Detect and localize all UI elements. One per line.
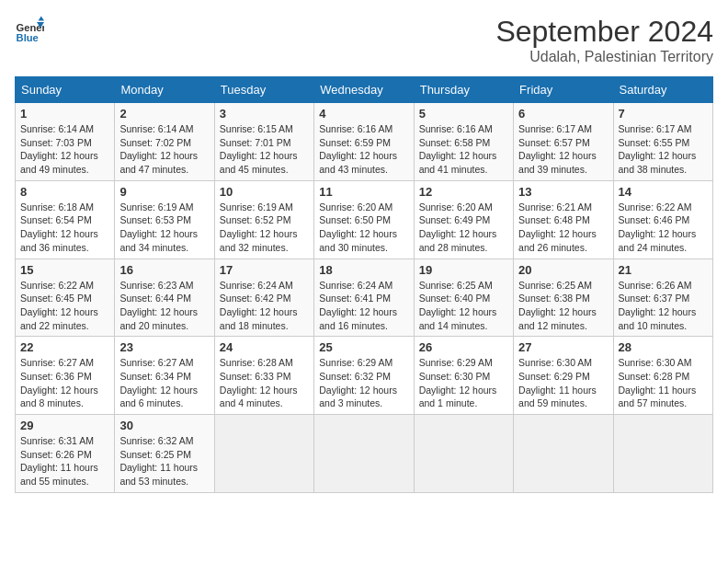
location-subtitle: Udalah, Palestinian Territory (495, 49, 713, 65)
day-number: 2 (119, 107, 209, 121)
day-number: 29 (20, 419, 109, 432)
day-number: 18 (319, 263, 408, 277)
calendar-week-5: 29Sunrise: 6:31 AMSunset: 6:26 PMDayligh… (16, 415, 713, 493)
calendar-cell: 18Sunrise: 6:24 AMSunset: 6:41 PMDayligh… (314, 259, 414, 337)
day-number: 8 (20, 185, 109, 199)
calendar-cell: 20Sunrise: 6:25 AMSunset: 6:38 PMDayligh… (514, 259, 613, 337)
day-info: Sunrise: 6:20 AMSunset: 6:49 PMDaylight:… (419, 201, 508, 255)
day-number: 4 (319, 107, 408, 121)
day-info: Sunrise: 6:15 AMSunset: 7:01 PMDaylight:… (220, 122, 309, 177)
svg-text:Blue: Blue (17, 32, 39, 43)
day-number: 10 (220, 185, 309, 199)
day-number: 3 (220, 107, 309, 121)
day-info: Sunrise: 6:29 AMSunset: 6:32 PMDaylight:… (319, 356, 408, 410)
day-number: 22 (20, 340, 109, 354)
day-number: 12 (419, 185, 508, 199)
svg-marker-2 (39, 17, 44, 21)
calendar-cell: 8Sunrise: 6:18 AMSunset: 6:54 PMDaylight… (16, 180, 115, 259)
col-sunday: Sunday (16, 77, 115, 103)
day-info: Sunrise: 6:17 AMSunset: 6:55 PMDaylight:… (619, 122, 708, 177)
day-number: 13 (518, 185, 608, 199)
day-number: 28 (619, 340, 708, 354)
calendar-cell (314, 415, 414, 493)
col-wednesday: Wednesday (314, 77, 414, 103)
day-info: Sunrise: 6:16 AMSunset: 6:58 PMDaylight:… (419, 122, 508, 177)
calendar-cell: 1Sunrise: 6:14 AMSunset: 7:03 PMDaylight… (16, 103, 115, 181)
day-info: Sunrise: 6:31 AMSunset: 6:26 PMDaylight:… (20, 434, 109, 488)
day-info: Sunrise: 6:32 AMSunset: 6:25 PMDaylight:… (119, 434, 209, 488)
calendar-cell: 14Sunrise: 6:22 AMSunset: 6:46 PMDayligh… (613, 180, 712, 259)
day-info: Sunrise: 6:18 AMSunset: 6:54 PMDaylight:… (20, 201, 109, 255)
day-info: Sunrise: 6:22 AMSunset: 6:46 PMDaylight:… (619, 201, 708, 255)
day-number: 11 (319, 185, 408, 199)
day-info: Sunrise: 6:24 AMSunset: 6:42 PMDaylight:… (220, 279, 309, 333)
day-info: Sunrise: 6:17 AMSunset: 6:57 PMDaylight:… (518, 122, 608, 177)
day-number: 24 (220, 340, 309, 354)
calendar-cell: 11Sunrise: 6:20 AMSunset: 6:50 PMDayligh… (314, 180, 414, 259)
calendar-cell: 29Sunrise: 6:31 AMSunset: 6:26 PMDayligh… (16, 415, 115, 493)
day-number: 6 (518, 107, 608, 121)
day-info: Sunrise: 6:14 AMSunset: 7:03 PMDaylight:… (20, 122, 109, 177)
calendar-cell: 21Sunrise: 6:26 AMSunset: 6:37 PMDayligh… (613, 259, 712, 337)
calendar-cell: 16Sunrise: 6:23 AMSunset: 6:44 PMDayligh… (115, 259, 214, 337)
calendar-cell: 4Sunrise: 6:16 AMSunset: 6:59 PMDaylight… (314, 103, 414, 181)
day-number: 7 (619, 107, 708, 121)
calendar-cell: 6Sunrise: 6:17 AMSunset: 6:57 PMDaylight… (514, 103, 613, 181)
col-friday: Friday (514, 77, 613, 103)
day-info: Sunrise: 6:19 AMSunset: 6:53 PMDaylight:… (119, 201, 209, 255)
day-number: 30 (119, 419, 209, 432)
day-number: 14 (619, 185, 708, 199)
day-info: Sunrise: 6:16 AMSunset: 6:59 PMDaylight:… (319, 122, 408, 177)
day-info: Sunrise: 6:28 AMSunset: 6:33 PMDaylight:… (220, 356, 309, 410)
day-info: Sunrise: 6:29 AMSunset: 6:30 PMDaylight:… (419, 356, 508, 410)
day-info: Sunrise: 6:25 AMSunset: 6:38 PMDaylight:… (518, 279, 608, 333)
day-number: 20 (518, 263, 608, 277)
calendar-cell: 27Sunrise: 6:30 AMSunset: 6:29 PMDayligh… (514, 337, 613, 415)
calendar-cell: 9Sunrise: 6:19 AMSunset: 6:53 PMDaylight… (115, 180, 214, 259)
day-info: Sunrise: 6:26 AMSunset: 6:37 PMDaylight:… (619, 279, 708, 333)
calendar-week-4: 22Sunrise: 6:27 AMSunset: 6:36 PMDayligh… (16, 337, 713, 415)
header-row: Sunday Monday Tuesday Wednesday Thursday… (16, 77, 713, 103)
day-number: 1 (20, 107, 109, 121)
calendar-cell: 30Sunrise: 6:32 AMSunset: 6:25 PMDayligh… (115, 415, 214, 493)
col-tuesday: Tuesday (214, 77, 313, 103)
day-info: Sunrise: 6:25 AMSunset: 6:40 PMDaylight:… (419, 279, 508, 333)
calendar-cell: 19Sunrise: 6:25 AMSunset: 6:40 PMDayligh… (414, 259, 513, 337)
calendar-cell: 24Sunrise: 6:28 AMSunset: 6:33 PMDayligh… (214, 337, 313, 415)
calendar-week-3: 15Sunrise: 6:22 AMSunset: 6:45 PMDayligh… (16, 259, 713, 337)
calendar-cell: 26Sunrise: 6:29 AMSunset: 6:30 PMDayligh… (414, 337, 513, 415)
day-number: 15 (20, 263, 109, 277)
col-thursday: Thursday (414, 77, 513, 103)
day-number: 19 (419, 263, 508, 277)
calendar-cell: 12Sunrise: 6:20 AMSunset: 6:49 PMDayligh… (414, 180, 513, 259)
title-block: September 2024 Udalah, Palestinian Terri… (495, 15, 713, 65)
day-number: 27 (518, 340, 608, 354)
day-number: 26 (419, 340, 508, 354)
calendar-cell (514, 415, 613, 493)
calendar-cell: 10Sunrise: 6:19 AMSunset: 6:52 PMDayligh… (214, 180, 313, 259)
day-info: Sunrise: 6:30 AMSunset: 6:28 PMDaylight:… (619, 356, 708, 410)
day-info: Sunrise: 6:23 AMSunset: 6:44 PMDaylight:… (119, 279, 209, 333)
day-info: Sunrise: 6:24 AMSunset: 6:41 PMDaylight:… (319, 279, 408, 333)
day-number: 16 (119, 263, 209, 277)
calendar-cell: 3Sunrise: 6:15 AMSunset: 7:01 PMDaylight… (214, 103, 313, 181)
page-header: General Blue September 2024 Udalah, Pale… (15, 15, 713, 65)
calendar-cell (414, 415, 513, 493)
day-info: Sunrise: 6:20 AMSunset: 6:50 PMDaylight:… (319, 201, 408, 255)
calendar-cell: 25Sunrise: 6:29 AMSunset: 6:32 PMDayligh… (314, 337, 414, 415)
calendar-cell: 17Sunrise: 6:24 AMSunset: 6:42 PMDayligh… (214, 259, 313, 337)
day-info: Sunrise: 6:27 AMSunset: 6:34 PMDaylight:… (119, 356, 209, 410)
day-number: 17 (220, 263, 309, 277)
day-info: Sunrise: 6:14 AMSunset: 7:02 PMDaylight:… (119, 122, 209, 177)
month-title: September 2024 (495, 15, 713, 49)
day-info: Sunrise: 6:21 AMSunset: 6:48 PMDaylight:… (518, 201, 608, 255)
calendar-week-1: 1Sunrise: 6:14 AMSunset: 7:03 PMDaylight… (16, 103, 713, 181)
calendar-cell: 7Sunrise: 6:17 AMSunset: 6:55 PMDaylight… (613, 103, 712, 181)
day-number: 25 (319, 340, 408, 354)
day-info: Sunrise: 6:27 AMSunset: 6:36 PMDaylight:… (20, 356, 109, 410)
calendar-cell: 22Sunrise: 6:27 AMSunset: 6:36 PMDayligh… (16, 337, 115, 415)
col-monday: Monday (115, 77, 214, 103)
logo-icon: General Blue (15, 15, 44, 44)
calendar-cell: 13Sunrise: 6:21 AMSunset: 6:48 PMDayligh… (514, 180, 613, 259)
calendar-cell (214, 415, 313, 493)
